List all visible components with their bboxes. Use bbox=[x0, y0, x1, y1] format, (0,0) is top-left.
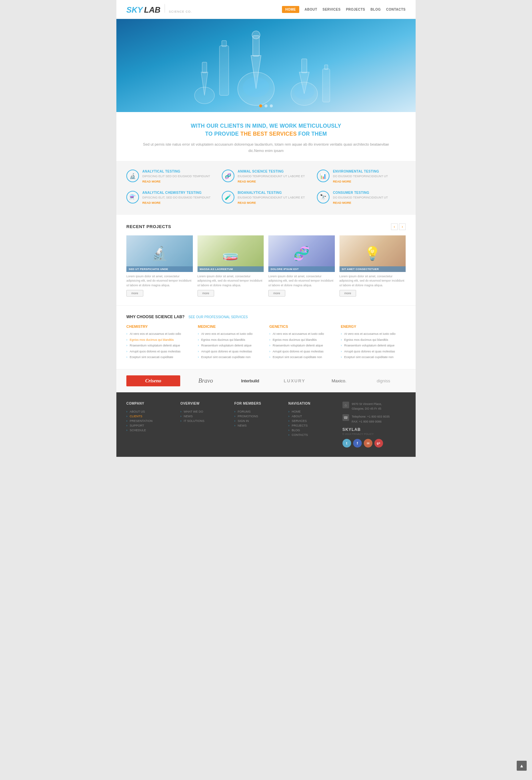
project-more-btn[interactable]: more bbox=[197, 290, 214, 297]
footer-link[interactable]: ›CLIENTS bbox=[126, 414, 175, 419]
why-col: ENERGY ›At vero eos et accusamus et iust… bbox=[341, 325, 406, 360]
hero-banner bbox=[116, 19, 416, 112]
why-item: ›Rraesentium voluptatum delenti atque bbox=[269, 343, 334, 349]
svg-point-5 bbox=[195, 87, 214, 104]
footer-fax: FAX: +1 800 689 0086 bbox=[352, 419, 390, 424]
service-item: 🔭 CONSUMER TESTING DO EIUSMOD TEMPORINCI… bbox=[317, 191, 406, 205]
service-icon: 🔬 bbox=[126, 169, 139, 182]
services-section: 🔬 ANALYTICAL TESTING DIPISCING ELIT SED … bbox=[116, 161, 416, 214]
service-desc: DO EIUSMOD TEMPORINCIDIDUNT UT bbox=[333, 174, 388, 179]
project-card: 💡 SIT AMET CONSECTETUER Lorem ipsum dolo… bbox=[339, 235, 406, 297]
service-icon: 🧪 bbox=[222, 191, 234, 203]
social-twitter[interactable]: t bbox=[342, 439, 351, 447]
why-item: ›At vero eos et accusamus et iusto odio bbox=[126, 331, 191, 337]
project-label: DOLORE IPSUM EST bbox=[268, 266, 335, 272]
service-read-more[interactable]: READ MORE bbox=[142, 180, 160, 183]
header: SKY LAB SCIENCE CO. HOME ABOUT SERVICES … bbox=[116, 0, 416, 19]
why-item: ›Ecepturi sint occaecati cupiditate non bbox=[198, 354, 263, 360]
project-more-btn[interactable]: more bbox=[339, 290, 356, 297]
nav-blog[interactable]: BLOG bbox=[371, 8, 381, 11]
why-item: ›At vero eos et accusamus et iusto odio bbox=[198, 331, 263, 337]
social-email[interactable]: ✉ bbox=[364, 439, 373, 447]
service-read-more[interactable]: READ MORE bbox=[333, 180, 351, 183]
service-read-more[interactable]: READ MORE bbox=[333, 201, 351, 204]
footer-link[interactable]: ›BLOG bbox=[288, 428, 337, 433]
why-col-title: CHEMISTRY bbox=[126, 325, 191, 329]
service-title: ANALYTICAL CHEMISTRY TESTING bbox=[142, 191, 210, 195]
projects-section: RECENT PROJECTS ‹ › 🔬 SED UT PERSPICIATI… bbox=[116, 215, 416, 305]
footer-link[interactable]: ›WHAT WE DO bbox=[180, 409, 229, 414]
nav-services[interactable]: SERVICES bbox=[323, 8, 340, 11]
service-read-more[interactable]: READ MORE bbox=[238, 180, 256, 183]
footer-link[interactable]: ›SERVICES bbox=[288, 419, 337, 423]
nav-projects[interactable]: PROJECTS bbox=[346, 8, 365, 11]
footer-link[interactable]: ›FORUMS bbox=[234, 409, 283, 414]
footer-link[interactable]: ›NEWS bbox=[234, 423, 283, 428]
service-read-more[interactable]: READ MORE bbox=[142, 201, 160, 204]
why-choose-link[interactable]: SEE OUR PROFESSIONAL SERVICES bbox=[189, 315, 248, 319]
footer-link[interactable]: ›HOME bbox=[288, 409, 337, 414]
svg-rect-10 bbox=[325, 65, 328, 69]
nav-contacts[interactable]: CONTACTS bbox=[386, 8, 406, 11]
project-more-btn[interactable]: more bbox=[268, 290, 285, 297]
footer-link[interactable]: ›PROMOTIONS bbox=[234, 414, 283, 419]
footer-link[interactable]: ›SUPPORT bbox=[126, 423, 175, 428]
service-read-more[interactable]: READ MORE bbox=[238, 201, 256, 204]
footer-link[interactable]: ›ABOUT bbox=[288, 414, 337, 419]
svg-point-12 bbox=[294, 85, 314, 99]
why-choose-section: WHY CHOOSE SCIENCE LAB? SEE OUR PROFESSI… bbox=[116, 305, 416, 369]
logo-lab: LAB bbox=[144, 5, 160, 15]
why-item: ›Arrupit quos dolores et quas molestias bbox=[126, 349, 191, 355]
footer-link[interactable]: ›CONTACTS bbox=[288, 433, 337, 437]
footer-link[interactable]: ›SCHEDULE bbox=[126, 428, 175, 433]
footer-link[interactable]: ›SIGN IN bbox=[234, 419, 283, 423]
why-col-title: MEDICINE bbox=[198, 325, 263, 329]
svg-point-11 bbox=[243, 77, 269, 97]
footer-copy: © 2013 PRIVACY POLICY bbox=[342, 433, 406, 436]
footer-link[interactable]: ›PROJECTS bbox=[288, 423, 337, 428]
project-more-btn[interactable]: more bbox=[126, 290, 143, 297]
why-col: GENETICS ›At vero eos et accusamus et iu… bbox=[269, 325, 334, 360]
svg-point-2 bbox=[252, 31, 260, 39]
nav-about[interactable]: ABOUT bbox=[304, 8, 317, 11]
footer-contact-col: ⌂ 9970 St Vincent Place,Glasgow, DO 45 F… bbox=[342, 402, 406, 448]
footer-members-title: FOR MEMBERS bbox=[234, 402, 283, 405]
footer-company-title: COMPANY bbox=[126, 402, 175, 405]
footer-link[interactable]: ›ABOUT US bbox=[126, 409, 175, 414]
service-item: 🧪 BIOANALYTICAL TESTING EIUSMOD TEMPORIN… bbox=[222, 191, 310, 205]
address-icon: ⌂ bbox=[342, 402, 349, 408]
footer-link[interactable]: ›PRESENTATION bbox=[126, 419, 175, 423]
svg-rect-6 bbox=[202, 62, 207, 73]
projects-next-btn[interactable]: › bbox=[399, 224, 406, 230]
service-title: CONSUMER TESTING bbox=[333, 191, 388, 195]
projects-prev-btn[interactable]: ‹ bbox=[391, 224, 398, 230]
project-image: 🔬 SED UT PERSPICIATIS UNDE bbox=[126, 235, 193, 272]
footer-link[interactable]: ›IT SOLUTIONS bbox=[180, 419, 229, 423]
nav-home[interactable]: HOME bbox=[282, 6, 299, 13]
service-desc: DIPISCING ELIT, SED DO EIUSMOD TEMPIDUNT bbox=[142, 195, 210, 200]
why-item: ›At vero eos et accusamus et iusto odio bbox=[269, 331, 334, 337]
footer-navigation-title: NAVIGATION bbox=[288, 402, 337, 405]
why-item: ›Ecepturi sint occaecati cupiditate bbox=[126, 354, 191, 360]
service-item: 📊 ENVIRONMENTAL TESTING DO EIUSMOD TEMPO… bbox=[317, 169, 406, 184]
service-desc: DIPISCING ELIT SED DO EIUSMOD TEMPIDUNT bbox=[142, 174, 210, 179]
service-icon: ⚗️ bbox=[126, 191, 139, 203]
social-googleplus[interactable]: g+ bbox=[374, 439, 383, 447]
project-desc: Lorem ipsum dolor sit amet, consectetur … bbox=[126, 274, 193, 288]
social-facebook[interactable]: f bbox=[353, 439, 362, 447]
project-desc: Lorem ipsum dolor sit amet, consectetur … bbox=[268, 274, 335, 288]
footer-members-col: FOR MEMBERS ›FORUMS ›PROMOTIONS ›SIGN IN… bbox=[234, 402, 283, 448]
footer-telephone: Telephone: +1 800 603 8035 bbox=[352, 414, 390, 419]
service-desc: DO EIUSMOD TEMPORINCIDIDUNT UT bbox=[333, 195, 388, 200]
svg-rect-9 bbox=[323, 69, 330, 102]
svg-rect-3 bbox=[220, 46, 229, 95]
partner-interbuild: Interbuild bbox=[228, 378, 272, 383]
footer-link[interactable]: ›NEWS bbox=[180, 414, 229, 419]
why-item: ›Rraesentium voluptatum delenti atque bbox=[198, 343, 263, 349]
tagline-heading: WITH OUR CLIENTS IN MIND, WE WORK METICU… bbox=[143, 122, 389, 138]
partners-section: Criseno Bravo Interbuild LUXURY Maxico. … bbox=[116, 369, 416, 392]
why-item: ›Arrupit quos dolores et quas molestias bbox=[198, 349, 263, 355]
project-card: 🧬 DOLORE IPSUM EST Lorem ipsum dolor sit… bbox=[268, 235, 335, 297]
phone-icon: ☎ bbox=[342, 414, 349, 421]
project-desc: Lorem ipsum dolor sit amet, consectetur … bbox=[339, 274, 406, 288]
